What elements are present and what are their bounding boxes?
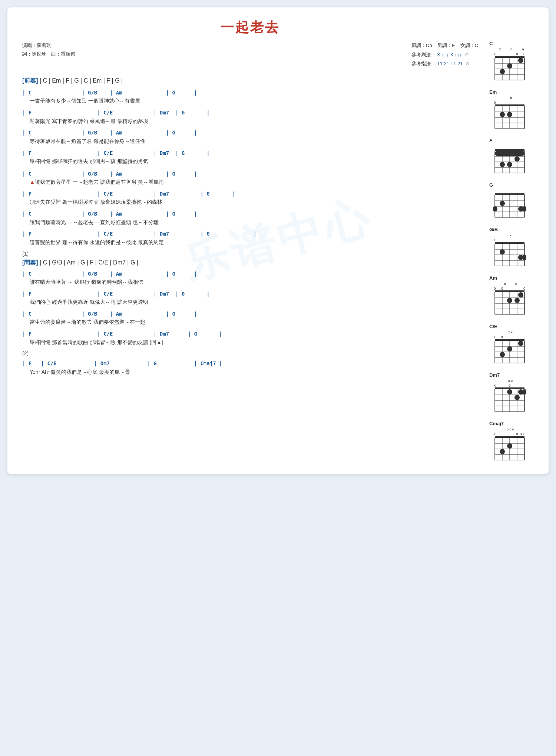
chord-diagram-Dm7: Dm7 x o [486, 372, 534, 413]
svg-point-128 [500, 449, 505, 454]
chord-diagram-GB: G/B x [486, 227, 534, 267]
chorus-lyric-3: 讓我們順著時光 一～起老去 一直到彩虹盡頭 也～不分離 [22, 218, 478, 227]
chord-diagram-F: F [486, 138, 534, 174]
interlude-header: [間奏] | C | G/B | Am | G | F | C/E | Dm7 … [22, 259, 478, 267]
prelude-section: [前奏] | C | Em | F | G | C | Em | F | G | [22, 77, 478, 85]
svg-text:o: o [523, 286, 526, 290]
svg-point-26 [500, 112, 505, 117]
svg-text:x: x [494, 383, 496, 387]
svg-point-53 [493, 206, 497, 212]
svg-point-81 [507, 298, 512, 303]
chord-svg-Cmaj7: x o o o [493, 432, 526, 461]
svg-point-129 [507, 443, 512, 449]
svg-rect-16 [495, 104, 524, 106]
song-key-info: 原調：Db 男調：F 女調：C 參考刷法： X ↑↓↓ X ↑↓↓ ⊙ 參考指法… [411, 41, 478, 69]
chord-svg-F [493, 144, 526, 174]
singer-label: 演唱：薛凱琪 [22, 41, 75, 50]
svg-point-10 [500, 69, 505, 74]
picking-ref: 參考指法： T1 21 T1 21 ⊙ [411, 59, 478, 69]
interlude-label-1: (1) [22, 251, 478, 257]
svg-point-67 [500, 249, 505, 254]
svg-text:o: o [516, 52, 518, 56]
chord-diagrams: C x o o [486, 19, 534, 463]
svg-point-112 [514, 395, 520, 400]
svg-point-82 [514, 298, 520, 303]
svg-point-42 [514, 156, 520, 161]
interlude-label-2: (2) [22, 350, 478, 356]
chord-svg-GB: x [493, 237, 526, 267]
verse1-lyric-1: 一畫子能有多少～個知己 一個眼神就心～有靈犀 [22, 97, 478, 106]
svg-rect-39 [495, 151, 524, 156]
svg-rect-0 [495, 56, 524, 58]
chorus-lyric-2: 別迷失在愛裡 為一棵樹哭泣 而放棄姐妹溫柔擁抱～的森林 [22, 198, 478, 207]
svg-point-12 [518, 58, 523, 63]
svg-point-97 [500, 352, 505, 357]
chorus-chord-line-1: | C | G/B | Am | G | [22, 170, 478, 178]
verse1-chord-line-2: | F | C/E | Dm7 | G | [22, 109, 478, 117]
svg-point-41 [507, 162, 512, 167]
svg-point-11 [507, 63, 512, 69]
verse2-chord-line-1: | C | G/B | Am | G | [22, 270, 478, 278]
content-wrapper: 一起老去 演唱：薛凱琪 詞：徐世珍 曲：雷頌德 原調：Db 男調：F 女調：C [22, 19, 534, 463]
ending-section: | F | C/E | Dm7 | G | Cmaj7 | Yeh~Ah~微笑的… [22, 359, 478, 376]
verse1-lyric-4: 舉杯回憶 那些瘋狂的過去 那個男～孩 那堅持的勇氣 [22, 157, 478, 166]
verse2-lyric-3: 當生命的宴席漸～漸的散去 我們要依然聚～在一起 [22, 318, 478, 327]
svg-rect-102 [495, 387, 524, 389]
lyricist-label: 詞：徐世珍 曲：雷頌德 [22, 50, 75, 58]
svg-rect-71 [495, 290, 524, 292]
chord-diagram-Am: Am oo [486, 275, 534, 316]
svg-text:o: o [494, 100, 496, 104]
svg-text:o: o [520, 432, 522, 436]
svg-point-27 [507, 112, 512, 117]
chord-diagram-C: C x o o [486, 41, 534, 81]
svg-rect-87 [495, 339, 524, 341]
svg-text:o: o [494, 286, 496, 290]
main-content: 一起老去 演唱：薛凱琪 詞：徐世珍 曲：雷頌德 原調：Db 男調：F 女調：C [22, 19, 478, 463]
svg-point-54 [500, 201, 505, 206]
chord-svg-G [493, 189, 526, 219]
svg-text:x: x [501, 335, 503, 339]
chord-diagram-CE: C/E x x [486, 324, 534, 364]
verse2-chord-line-4: | F | C/E | Dm7 | G | [22, 330, 478, 338]
original-key: 原調：Db 男調：F 女調：C [411, 41, 478, 50]
svg-point-98 [507, 346, 512, 352]
svg-rect-43 [495, 193, 524, 195]
chord-diagram-Cmaj7: Cmaj7 o o o [486, 421, 534, 461]
svg-text:x: x [494, 238, 496, 242]
svg-text:o: o [516, 432, 518, 436]
chorus-chord-line-3: | C | G/B | Am | G | [22, 210, 478, 218]
svg-point-115 [507, 389, 512, 394]
page-container: 乐谱中心 一起老去 演唱：薛凱琪 詞：徐世珍 曲：雷頌德 原調：Db 男調：F [7, 7, 549, 474]
svg-text:x: x [494, 335, 496, 339]
chorus-lyric-1: ▲讓我們數著星星 一～起老去 讓我們肩並著肩 笑～看風雨 [22, 178, 478, 187]
svg-rect-118 [495, 436, 524, 438]
svg-text:o: o [523, 52, 526, 56]
chorus-chord-line-4: | F | C/E | Dm7 | G | [22, 230, 478, 238]
verse1-section: | C | G/B | Am | G | 一畫子能有多少～個知己 一個眼神就心～… [22, 89, 478, 166]
chord-svg-Dm7: x o [493, 383, 526, 413]
song-meta: 演唱：薛凱琪 詞：徐世珍 曲：雷頌德 [22, 41, 75, 59]
chorus-section: | C | G/B | Am | G | ▲讓我們數著星星 一～起老去 讓我們肩… [22, 170, 478, 247]
chorus-chord-line-2: | F | C/E | Dm7 | G | [22, 190, 478, 198]
chord-svg-Am: o o o [493, 286, 526, 316]
verse1-chord-line-1: | C | G/B | Am | G | [22, 89, 478, 97]
ending-lyric: Yeh~Ah~微笑的我們是～心底 最美的風～景 [22, 368, 478, 377]
verse1-lyric-2: 迎著陽光 寫下青春的詩句 乘風追～尋 最精彩的夢境 [22, 117, 478, 126]
divider [22, 73, 478, 73]
verse2-lyric-4: 舉杯回憶 那首當時的歌曲 那場冒～險 那不變的友誼 (回▲) [22, 338, 478, 347]
svg-text:x: x [494, 52, 496, 56]
song-info-row: 演唱：薛凱琪 詞：徐世珍 曲：雷頌德 原調：Db 男調：F 女調：C 參考刷法：… [22, 41, 478, 69]
verse2-lyric-2: 我們的心 經過爭執更靠近 就像大～雨 讓天空更透明 [22, 298, 478, 307]
verse2-section: | C | G/B | Am | G | 誰在晴天時陪著 ～ 我飛行 猶豫的時候… [22, 270, 478, 347]
svg-text:x: x [494, 432, 496, 436]
verse2-chord-line-3: | C | G/B | Am | G | [22, 310, 478, 318]
ending-chord-line: | F | C/E | Dm7 | G | Cmaj7 | [22, 359, 478, 367]
song-title: 一起老去 [22, 19, 478, 37]
verse2-lyric-1: 誰在晴天時陪著 ～ 我飛行 猶豫的時候陪～我相信 [22, 278, 478, 287]
svg-text:o: o [509, 383, 511, 387]
verse2-chord-line-2: | F | C/E | Dm7 | G | [22, 290, 478, 298]
chord-svg-Em: o [493, 100, 526, 130]
svg-rect-57 [495, 242, 524, 244]
svg-point-83 [518, 292, 523, 297]
chord-svg-C: x o o [493, 51, 526, 81]
